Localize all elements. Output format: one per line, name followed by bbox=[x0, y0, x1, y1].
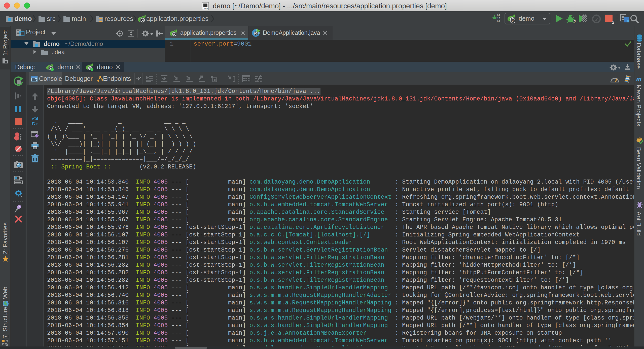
svg-text:2: 2 bbox=[574, 19, 576, 24]
svg-text:JAVA: JAVA bbox=[204, 7, 208, 10]
svg-text:m: m bbox=[636, 75, 642, 82]
svg-text:01: 01 bbox=[497, 14, 500, 17]
svg-text:2: 2 bbox=[612, 20, 614, 24]
svg-text:2: 2 bbox=[512, 19, 514, 23]
svg-text:10: 10 bbox=[497, 17, 500, 20]
svg-text:01: 01 bbox=[497, 20, 500, 23]
